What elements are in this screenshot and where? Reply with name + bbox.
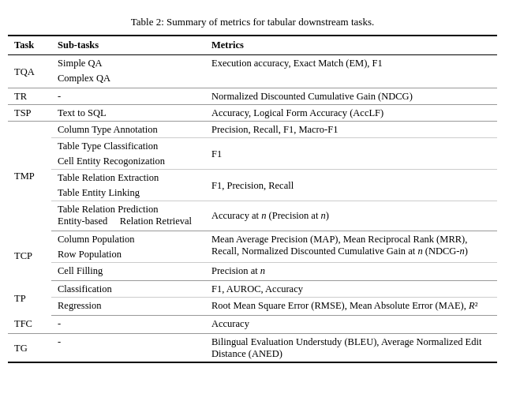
header-subtasks: Sub-tasks [51, 36, 205, 55]
subtask-cell: Column Type Annotation [51, 122, 205, 138]
subtask-cell: Table Type Classification [51, 138, 205, 155]
subtask-cell: Regression [51, 298, 205, 316]
task-cell-tr: TR [8, 88, 51, 105]
table-row: Table Relation Extraction F1, Precision,… [8, 170, 497, 186]
subtask-cell: Table Entity Linking [51, 186, 205, 201]
metrics-cell: Execution accuracy, Exact Match (EM), F1 [205, 55, 497, 88]
table-row: TFC - Accuracy [8, 316, 497, 334]
subtask-cell: Column Population [51, 231, 205, 248]
task-cell-tmp: TMP [8, 122, 51, 231]
task-cell-tsp: TSP [8, 105, 51, 122]
table-row: TSP Text to SQL Accuracy, Logical Form A… [8, 105, 497, 122]
subtask-cell: Classification [51, 281, 205, 298]
subtask-cell: - [51, 88, 205, 105]
subtask-cell: Row Population [51, 247, 205, 263]
table-row: Cell Filling Precision at n [8, 263, 497, 281]
task-cell-tp: TP [8, 281, 51, 316]
metrics-cell: Precision, Recall, F1, Macro-F1 [205, 122, 497, 138]
table-row: TG - Bilingual Evaluation Understudy (BL… [8, 334, 497, 363]
task-cell-tfc: TFC [8, 316, 51, 334]
task-cell-tcp: TCP [8, 231, 51, 281]
metrics-cell: Mean Average Precision (MAP), Mean Recip… [205, 231, 497, 263]
subtask-cell: Cell Filling [51, 263, 205, 281]
subtask-cell: Table Relation Extraction [51, 170, 205, 186]
header-metrics: Metrics [205, 36, 497, 55]
task-cell-tqa: TQA [8, 55, 51, 88]
metrics-cell: Bilingual Evaluation Understudy (BLEU), … [205, 334, 497, 363]
metrics-cell: Normalized Discounted Cumulative Gain (N… [205, 88, 497, 105]
table-row: Table Type Classification F1 [8, 138, 497, 155]
subtask-cell: Simple QA [51, 55, 205, 72]
table-caption: Table 2: Summary of metrics for tabular … [8, 16, 497, 28]
header-task: Task [8, 36, 51, 55]
subtask-cell: Cell Entity Recogonization [51, 154, 205, 170]
table-row: Table Relation Prediction Entity-based R… [8, 201, 497, 231]
main-table: Task Sub-tasks Metrics TQA Simple QA Exe… [8, 35, 497, 363]
subtask-cell: Text to SQL [51, 105, 205, 122]
table-row: TP Classification F1, AUROC, Accuracy [8, 281, 497, 298]
task-cell-tg: TG [8, 334, 51, 363]
table-row: TQA Simple QA Execution accuracy, Exact … [8, 55, 497, 72]
metrics-cell: Accuracy [205, 316, 497, 334]
table-row: Regression Root Mean Square Error (RMSE)… [8, 298, 497, 316]
subtask-cell: Complex QA [51, 71, 205, 88]
subtask-cell: Table Relation Prediction Entity-based R… [51, 201, 205, 231]
metrics-cell: Accuracy, Logical Form Accuracy (AccLF) [205, 105, 497, 122]
metrics-cell: F1, AUROC, Accuracy [205, 281, 497, 298]
subtask-cell: - [51, 334, 205, 363]
table-row: TMP Column Type Annotation Precision, Re… [8, 122, 497, 138]
metrics-cell: Accuracy at n (Precision at n) [205, 201, 497, 231]
table-row: TR - Normalized Discounted Cumulative Ga… [8, 88, 497, 105]
subtask-cell: - [51, 316, 205, 334]
metrics-cell: F1, Precision, Recall [205, 170, 497, 201]
table-row: TCP Column Population Mean Average Preci… [8, 231, 497, 248]
metrics-cell: Root Mean Square Error (RMSE), Mean Abso… [205, 298, 497, 316]
metrics-cell: F1 [205, 138, 497, 170]
metrics-cell: Precision at n [205, 263, 497, 281]
